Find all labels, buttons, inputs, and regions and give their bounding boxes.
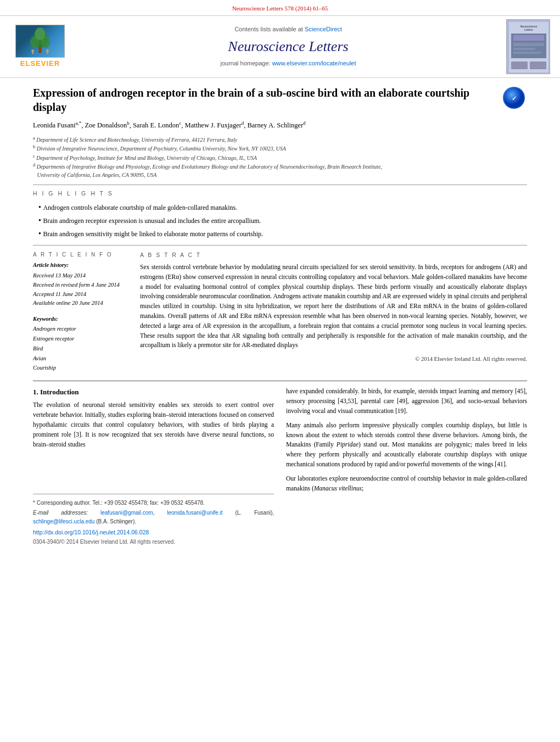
journal-title-center: Contents lists available at ScienceDirec…	[70, 25, 506, 68]
sciencedirect-link[interactable]: ScienceDirect	[305, 26, 342, 32]
footnotes: * Corresponding author. Tel.: +39 0532 4…	[33, 494, 274, 546]
history-title: Article history:	[33, 261, 129, 270]
page: Neuroscience Letters 578 (2014) 61–65	[0, 0, 560, 546]
crossmark-svg: ✓	[503, 87, 524, 108]
email-link[interactable]: leafusani@gmail.com	[100, 510, 153, 516]
email-link-3[interactable]: schlinge@lifesci.ucla.edu	[33, 518, 94, 525]
svg-rect-15	[513, 43, 544, 46]
tree-svg	[24, 27, 57, 55]
divider-2	[33, 245, 527, 246]
keyword-4: Avian	[33, 354, 129, 364]
affiliations: a Department of Life Science and Biotech…	[33, 135, 527, 179]
highlight-item-3: Brain androgen sensitivity might be link…	[38, 227, 527, 241]
affil-d: Departments of Integrative Biology and P…	[33, 164, 382, 178]
intro-para-4: Our laboratories explore neuroendocrine …	[286, 474, 527, 494]
revised-date: Received in revised form 4 June 2014	[33, 282, 120, 288]
svg-rect-16	[513, 48, 535, 50]
doi-link[interactable]: http://dx.doi.org/10.1016/j.neulet.2014.…	[33, 529, 149, 535]
svg-text:Letters: Letters	[524, 28, 533, 31]
elsevier-text: ELSEVIER	[20, 59, 60, 69]
crossmark-icon: ✓	[503, 87, 525, 109]
svg-point-7	[46, 49, 49, 52]
elsevier-logo: ELSEVIER	[10, 25, 70, 69]
journal-cover-svg: Neuroscience Letters	[507, 20, 550, 74]
footnotes-area: * Corresponding author. Tel.: +39 0532 4…	[33, 494, 274, 546]
svg-rect-14	[513, 35, 544, 41]
contents-label: Contents lists available at	[234, 26, 303, 32]
highlight-item-1: Androgen controls elaborate courtship of…	[38, 201, 527, 214]
copyright: © 2014 Elsevier Ireland Ltd. All rights …	[140, 355, 527, 363]
article-title: Expression of androgen receptor in the b…	[33, 86, 503, 114]
abstract-text: Sex steroids control vertebrate behavior…	[140, 263, 527, 350]
info-abstract-row: A R T I C L E I N F O Article history: R…	[33, 251, 527, 373]
svg-text:✓: ✓	[512, 95, 517, 102]
svg-rect-19	[530, 62, 546, 69]
homepage-line: journal homepage: www.elsevier.com/locat…	[70, 59, 506, 68]
received-date: Received 13 May 2014	[33, 272, 86, 278]
accepted-date: Accepted 11 June 2014	[33, 291, 86, 297]
svg-rect-17	[513, 52, 541, 54]
authors-line: Leonida Fusania,*, Zoe Donaldsonb, Sarah…	[33, 120, 527, 131]
homepage-url[interactable]: www.elsevier.com/locate/neulet	[272, 60, 356, 66]
affil-b: Division of Integrative Neuroscience, De…	[37, 146, 286, 152]
svg-point-5	[31, 49, 34, 52]
doi-link-line: http://dx.doi.org/10.1016/j.neulet.2014.…	[33, 528, 274, 537]
abstract-col: A B S T R A C T Sex steroids control ver…	[140, 251, 527, 373]
intro-para-1: The evolution of neuronal steroid sensit…	[33, 400, 274, 449]
highlights-list: Androgen controls elaborate courtship of…	[33, 201, 527, 240]
keyword-5: Courtship	[33, 363, 129, 373]
keyword-3: Bird	[33, 344, 129, 354]
intro-para-3: Many animals also perform impressive phy…	[286, 421, 527, 470]
highlights-header: H I G H L I G H T S	[33, 189, 527, 198]
body-col-right: have expanded considerably. In birds, fo…	[286, 387, 527, 546]
elsevier-logo-image	[15, 25, 65, 58]
crossmark-badge: ✓	[503, 87, 527, 111]
contents-line: Contents lists available at ScienceDirec…	[70, 25, 506, 34]
abstract-title: A B S T R A C T	[140, 251, 527, 259]
body-col-left: 1. Introduction The evolution of neurona…	[33, 387, 274, 546]
bottom-divider	[33, 381, 527, 381]
keywords-list: Androgen receptor Estrogen receptor Bird…	[33, 324, 129, 373]
svg-rect-6	[32, 52, 33, 54]
journal-name: Neuroscience Letters	[70, 36, 506, 57]
affil-c: Department of Psychology, Institute for …	[36, 155, 257, 161]
email-link-2[interactable]: leonida.fusani@unife.it	[167, 510, 222, 516]
svg-rect-8	[47, 52, 48, 54]
homepage-label: journal homepage:	[220, 60, 270, 66]
journal-reference: Neuroscience Letters 578 (2014) 61–65	[0, 0, 560, 15]
svg-rect-18	[511, 62, 528, 69]
article-history: Article history: Received 13 May 2014 Re…	[33, 261, 129, 308]
highlights-section: H I G H L I G H T S Androgen controls el…	[33, 189, 527, 241]
interactions-word: interactions	[188, 411, 217, 418]
article-title-row: Expression of androgen receptor in the b…	[33, 86, 527, 114]
article-area: Expression of androgen receptor in the b…	[0, 78, 560, 381]
journal-thumb-inner: Neuroscience Letters	[507, 20, 550, 74]
doi-line-text: Neuroscience Letters 578 (2014) 61–65	[232, 5, 328, 12]
issn-line: 0304-3940/© 2014 Elsevier Ireland Ltd. A…	[33, 538, 274, 546]
section-1-header: 1. Introduction	[33, 387, 274, 398]
email-note: E-mail addresses: leafusani@gmail.com, l…	[33, 509, 274, 526]
affil-a: Department of Life Science and Biotechno…	[36, 137, 237, 143]
journal-thumbnail: Neuroscience Letters	[506, 19, 550, 74]
intro-para-2: have expanded considerably. In birds, fo…	[286, 387, 527, 416]
keywords-block: Keywords: Androgen receptor Estrogen rec…	[33, 314, 129, 373]
svg-point-4	[35, 27, 45, 40]
article-info-col: A R T I C L E I N F O Article history: R…	[33, 251, 129, 373]
body-two-col: 1. Introduction The evolution of neurona…	[33, 387, 527, 546]
highlight-item-2: Brain androgen receptor expression is un…	[38, 214, 527, 227]
article-info-title: A R T I C L E I N F O	[33, 251, 129, 259]
divider-1	[33, 185, 527, 185]
header-banner: ELSEVIER Contents lists available at Sci…	[0, 15, 560, 78]
corresponding-note: * Corresponding author. Tel.: +39 0532 4…	[33, 499, 274, 507]
body-area: 1. Introduction The evolution of neurona…	[0, 387, 560, 546]
keyword-2: Estrogen receptor	[33, 334, 129, 344]
keywords-title: Keywords:	[33, 316, 58, 322]
email-label: E-mail addresses:	[33, 510, 88, 516]
available-date: Available online 20 June 2014	[33, 300, 103, 306]
keyword-1: Androgen receptor	[33, 324, 129, 334]
